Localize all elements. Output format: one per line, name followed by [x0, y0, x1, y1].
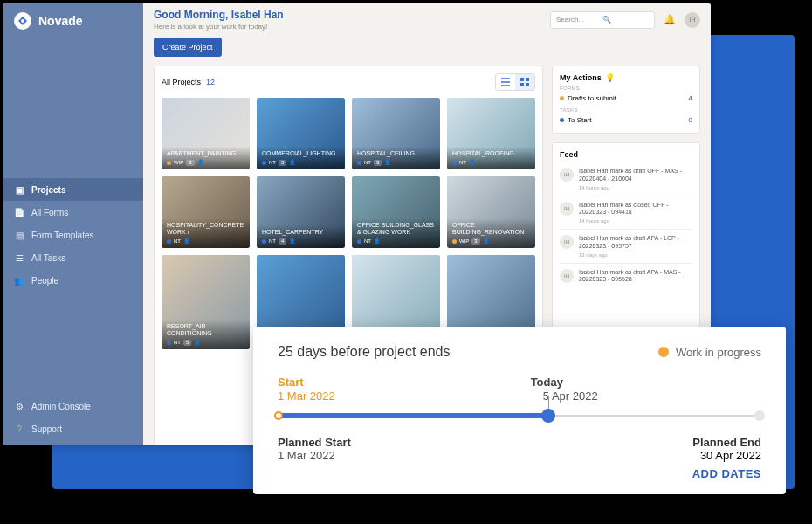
feed-text: Isabel Han mark as draft APA - MAS - 202…: [579, 269, 692, 285]
search-icon: 🔍: [602, 16, 649, 24]
sidebar-item-all-tasks[interactable]: ☰ All Tasks: [3, 246, 143, 269]
action-tostart[interactable]: To Start 0: [560, 114, 692, 126]
feed-time: 14 hours ago: [579, 185, 692, 190]
user-avatar[interactable]: IH: [685, 12, 700, 28]
feed-time: 14 hours ago: [579, 218, 692, 224]
project-name: HOSPITALITY_CONCRETE WORK /: [167, 222, 244, 237]
bell-icon[interactable]: 🔔: [664, 14, 676, 25]
status-dot-icon: [167, 161, 171, 165]
status-dot-icon: [262, 239, 266, 244]
person-icon: 👤: [194, 340, 200, 346]
topbar-right: Search... 🔍 🔔 IH: [550, 11, 700, 29]
list-view-button[interactable]: [496, 74, 515, 90]
feed-item[interactable]: IHIsabel Han mark as closed OFF - 202203…: [560, 196, 692, 230]
sidebar-item-label: All Tasks: [31, 253, 65, 263]
timeline-start-label: Start: [278, 376, 304, 390]
project-badge: 4: [279, 238, 286, 245]
sidebar-item-all-forms[interactable]: 📄 All Forms: [3, 201, 143, 224]
sidebar-item-people[interactable]: 👥 People: [3, 269, 143, 292]
people-icon: 👥: [14, 275, 24, 286]
timeline-today-date: 5 Apr 2022: [543, 390, 598, 403]
project-card[interactable]: RESORT_AIR CONDITIONINGNT5👤: [162, 255, 250, 349]
topbar: Good Morning, Isabel Han Here is a look …: [143, 3, 711, 32]
feed-text: Isabel Han mark as draft APA - LCP - 202…: [579, 235, 692, 251]
sidebar-item-support[interactable]: ? Support: [3, 417, 143, 440]
sidebar-bottom: ⚙ Admin Console ? Support: [3, 395, 143, 445]
project-name: APARTMENT_PAINTING: [167, 150, 244, 157]
create-project-button[interactable]: Create Project: [154, 38, 222, 57]
sidebar-item-projects[interactable]: ▣ Projects: [3, 178, 143, 201]
sidebar: Novade ▣ Projects 📄 All Forms ▤ Form Tem…: [3, 3, 143, 445]
person-icon: 👤: [197, 160, 203, 166]
feed-item[interactable]: IHIsabel Han mark as draft APA - LCP - 2…: [560, 229, 692, 263]
sidebar-nav: ▣ Projects 📄 All Forms ▤ Form Templates …: [3, 178, 143, 292]
project-card[interactable]: OFFICE BUILDING_GLASS & GLAZING WORKNT👤: [352, 176, 440, 248]
greeting-sub: Here is a look at your work for today!: [154, 23, 284, 31]
project-card[interactable]: COMMERCIAL_LIGHTINGNT5👤: [257, 98, 345, 169]
sidebar-item-admin[interactable]: ⚙ Admin Console: [3, 395, 143, 417]
project-name: RESORT_AIR CONDITIONING: [167, 323, 244, 338]
sidebar-item-form-templates[interactable]: ▤ Form Templates: [3, 224, 143, 246]
status-dot-icon: [357, 161, 361, 165]
person-icon: 👤: [289, 160, 295, 166]
project-badge: 3: [471, 238, 479, 245]
timeline-track[interactable]: [278, 411, 761, 420]
project-status: WIP: [459, 238, 469, 245]
project-card[interactable]: OFFICE BUILDING_RENOVATIONWIP3👤: [447, 176, 535, 248]
feed-item[interactable]: IHIsabel Han mark as draft APA - MAS - 2…: [560, 263, 692, 292]
project-card[interactable]: HOTEL_CARPENTRYNT4👤: [257, 176, 345, 248]
help-icon: ?: [14, 424, 24, 434]
timeline-today-knob[interactable]: [541, 409, 555, 423]
status-dot-icon: [167, 341, 171, 345]
project-card[interactable]: APARTMENT_PAINTINGWIP3👤: [162, 98, 250, 169]
status-dot-icon: [452, 239, 457, 244]
feed-text: Isabel Han mark as draft OFF - MAS - 202…: [579, 168, 692, 183]
forms-section-label: FORMS: [560, 86, 692, 91]
search-input[interactable]: Search... 🔍: [550, 11, 655, 29]
feed-time: 13 days ago: [579, 252, 692, 258]
view-toggle: [495, 73, 535, 91]
greeting: Good Morning, Isabel Han: [154, 9, 284, 21]
feed-text: Isabel Han mark as closed OFF - 20220323…: [579, 202, 692, 217]
timeline-start-knob[interactable]: [274, 411, 283, 420]
tasks-section-label: TASKS: [560, 107, 692, 113]
project-card[interactable]: HOSPITAL_CEILINGNT3👤: [352, 98, 440, 169]
timeline-end-knob[interactable]: [754, 410, 765, 421]
project-badge: 3: [374, 160, 382, 166]
timeline-today-label: Today: [531, 376, 563, 390]
project-status: NT: [459, 160, 466, 166]
feed-title: Feed: [560, 150, 692, 159]
person-icon: 👤: [183, 238, 189, 245]
status-dot-icon: [262, 161, 266, 165]
grid-view-button[interactable]: [515, 74, 534, 90]
action-count: 0: [689, 116, 692, 124]
sidebar-item-label: Projects: [31, 185, 65, 195]
projects-grid: APARTMENT_PAINTINGWIP3👤 COMMERCIAL_LIGHT…: [162, 98, 535, 349]
timeline-start-date: 1 Mar 2022: [278, 390, 335, 403]
project-card[interactable]: HOSPITALITY_CONCRETE WORK /NT👤: [162, 176, 250, 248]
briefcase-icon: ▣: [14, 184, 24, 195]
sidebar-item-label: Support: [31, 424, 62, 434]
my-actions-panel: My Actions💡 FORMS Drafts to submit 4 TAS…: [552, 66, 700, 134]
status-dot-icon: [560, 96, 564, 100]
project-card[interactable]: HOSPITAL_ROOFINGNT👤: [447, 98, 535, 169]
add-dates-button[interactable]: ADD DATES: [692, 467, 761, 480]
projects-header: All Projects 12: [162, 73, 535, 91]
project-badge: 5: [183, 340, 191, 346]
greeting-block: Good Morning, Isabel Han Here is a look …: [154, 9, 284, 31]
list-icon: ☰: [14, 252, 24, 263]
action-drafts[interactable]: Drafts to submit 4: [560, 93, 692, 104]
project-status: NT: [364, 238, 371, 245]
project-name: HOTEL_CARPENTRY: [262, 229, 340, 236]
template-icon: ▤: [14, 230, 24, 240]
brand-logo-icon: [14, 12, 31, 30]
status-dot-icon: [357, 239, 361, 244]
person-icon: 👤: [289, 238, 295, 245]
feed-item[interactable]: IHIsabel Han mark as draft OFF - MAS - 2…: [560, 162, 692, 196]
project-status: NT: [269, 238, 276, 245]
feed-avatar: IH: [560, 202, 574, 216]
project-name: HOSPITAL_ROOFING: [452, 150, 530, 157]
sidebar-item-label: All Forms: [31, 208, 68, 217]
person-icon: 👤: [384, 160, 390, 166]
person-icon: 👤: [483, 238, 489, 245]
